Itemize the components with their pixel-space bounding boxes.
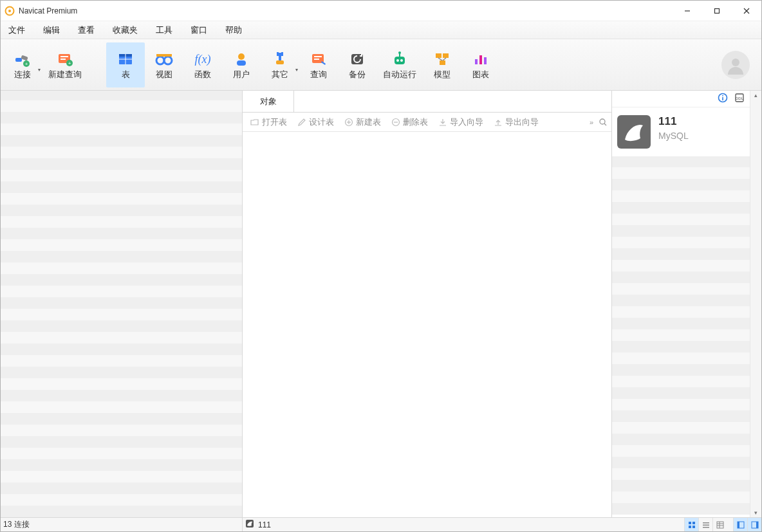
menu-file[interactable]: 文件: [8, 24, 25, 36]
close-button[interactable]: [732, 1, 761, 21]
svg-line-41: [438, 58, 442, 60]
svg-point-1: [8, 10, 11, 12]
svg-rect-3: [715, 8, 720, 13]
scroll-up-icon[interactable]: ▴: [754, 91, 757, 100]
open-table-button[interactable]: 打开表: [246, 115, 291, 129]
toolbar-connect[interactable]: + 连接 ▾: [3, 42, 42, 87]
connection-properties: [612, 156, 750, 515]
connection-name: 111: [658, 115, 689, 128]
panel-toggle-right[interactable]: [747, 518, 761, 532]
toolbar-new-query[interactable]: + 新建查询: [42, 42, 88, 87]
import-wizard-label: 导入向导: [450, 116, 483, 128]
menu-window[interactable]: 窗口: [190, 24, 207, 36]
robot-icon: [390, 50, 409, 69]
svg-rect-67: [717, 522, 723, 528]
tab-objects[interactable]: 对象: [243, 91, 294, 112]
view-detail-button[interactable]: [712, 518, 727, 532]
plug-icon: +: [13, 50, 32, 69]
menu-tools[interactable]: 工具: [156, 24, 172, 36]
toolbar-automation[interactable]: 自动运行: [376, 42, 423, 87]
object-tabstrip: 对象: [243, 91, 611, 113]
maximize-button[interactable]: [702, 1, 732, 21]
toolbar-table[interactable]: 表: [106, 42, 145, 87]
delete-table-button[interactable]: 删除表: [387, 115, 432, 129]
menu-view[interactable]: 查看: [78, 24, 95, 36]
svg-rect-74: [756, 522, 758, 528]
svg-line-53: [604, 124, 606, 125]
svg-rect-6: [15, 58, 22, 62]
main-toolbar: + 连接 ▾ + 新建查询 表 视图 f(x) 函数 用户 其它 ▾ 查询 备份…: [1, 39, 761, 91]
svg-rect-30: [314, 56, 322, 57]
svg-text:f(x): f(x): [195, 53, 211, 66]
backup-icon: [348, 50, 367, 69]
app-title: Navicat Premium: [19, 6, 77, 15]
scroll-down-icon[interactable]: ▾: [754, 508, 757, 517]
svg-point-34: [396, 59, 399, 62]
views-icon: [154, 50, 174, 69]
export-wizard-label: 导出向导: [505, 116, 539, 128]
toolbar-views[interactable]: 视图: [145, 42, 183, 87]
svg-rect-56: [722, 95, 723, 96]
svg-point-52: [600, 119, 605, 124]
svg-rect-26: [276, 60, 284, 64]
export-wizard-button[interactable]: 导出向导: [490, 115, 543, 129]
connection-type: MySQL: [658, 131, 689, 141]
toolbar-model[interactable]: 模型: [423, 42, 461, 87]
plus-circle-icon: [344, 118, 353, 127]
wrench-icon: [270, 50, 290, 69]
toolbar-users-label: 用户: [233, 69, 250, 80]
object-toolbar: 打开表 设计表 新建表 删除表 导入向导 导出向导: [243, 113, 611, 132]
toolbar-users[interactable]: 用户: [222, 42, 261, 87]
svg-rect-21: [156, 54, 172, 57]
minimize-button[interactable]: [673, 1, 702, 21]
toolbar-chart[interactable]: 图表: [461, 42, 500, 87]
toolbar-backup[interactable]: 备份: [338, 42, 376, 87]
minus-circle-icon: [391, 118, 400, 127]
svg-rect-44: [479, 55, 482, 64]
toolbar-other[interactable]: 其它 ▾: [261, 42, 299, 87]
svg-rect-28: [281, 52, 283, 56]
overflow-chevrons-icon[interactable]: »: [590, 118, 596, 126]
status-current-connection: 111: [258, 520, 271, 529]
object-list[interactable]: [243, 132, 611, 517]
new-table-button[interactable]: 新建表: [340, 115, 385, 129]
search-icon[interactable]: [599, 118, 608, 127]
connection-tree[interactable]: [1, 91, 243, 517]
svg-rect-39: [443, 53, 449, 58]
status-db-icon: [245, 519, 254, 530]
svg-rect-31: [314, 59, 319, 60]
window-buttons: [673, 1, 761, 21]
svg-rect-43: [475, 59, 478, 64]
toolbar-query[interactable]: 查询: [299, 42, 338, 87]
menu-favorites[interactable]: 收藏夹: [113, 24, 138, 36]
navicat-icon: [5, 6, 15, 16]
dropdown-icon: ▾: [295, 67, 298, 73]
svg-rect-25: [279, 53, 281, 62]
view-list-button[interactable]: [698, 518, 712, 532]
svg-rect-27: [277, 52, 279, 56]
open-table-label: 打开表: [262, 116, 287, 128]
toolbar-connect-label: 连接: [14, 69, 31, 80]
svg-text:DDL: DDL: [736, 96, 744, 100]
right-scrollbar[interactable]: ▴ ▾: [750, 91, 761, 517]
status-connection-count: 13 连接: [1, 518, 243, 531]
info-icon[interactable]: [718, 93, 728, 105]
toolbar-functions[interactable]: f(x) 函数: [183, 42, 222, 87]
toolbar-table-label: 表: [122, 69, 130, 80]
chart-icon: [471, 50, 490, 69]
panel-toggle-left[interactable]: [733, 518, 747, 532]
svg-rect-12: [60, 59, 66, 60]
info-panel: DDL 111 MySQL: [612, 91, 750, 517]
menu-bar: 文件 编辑 查看 收藏夹 工具 窗口 帮助: [1, 21, 761, 39]
toolbar-new-query-label: 新建查询: [48, 69, 82, 80]
new-table-label: 新建表: [356, 116, 381, 128]
import-wizard-button[interactable]: 导入向导: [434, 115, 487, 129]
design-table-button[interactable]: 设计表: [293, 115, 338, 129]
avatar-icon[interactable]: [721, 51, 750, 79]
menu-edit[interactable]: 编辑: [43, 24, 60, 36]
delete-table-label: 删除表: [403, 116, 428, 128]
view-grid-button[interactable]: [684, 518, 698, 532]
menu-help[interactable]: 帮助: [225, 24, 242, 36]
object-filter-input[interactable]: [294, 91, 611, 112]
ddl-icon[interactable]: DDL: [734, 93, 745, 105]
